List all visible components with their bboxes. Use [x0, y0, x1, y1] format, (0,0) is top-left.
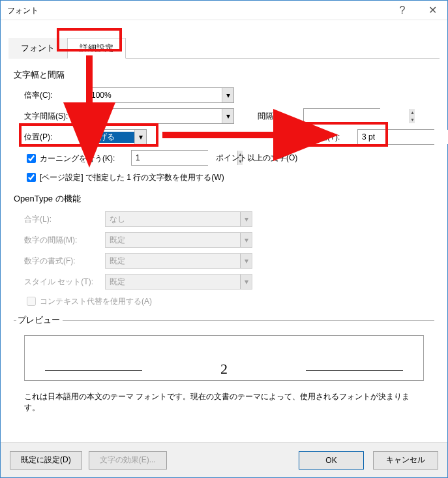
numspacing-value: 既定 [106, 235, 240, 246]
label-page-setup: [ページ設定] で指定した 1 行の文字数を使用する(W) [40, 172, 224, 183]
stepper-icon[interactable]: ▲▼ [410, 109, 415, 123]
preview-description: これは日本語用の本文のテーマ フォントです。現在の文書のテーマによって、使用され… [16, 383, 432, 421]
chevron-down-icon: ▾ [240, 212, 252, 226]
label-kerning: カーニングを行う(K): [40, 153, 115, 164]
button-bar: 既定に設定(D) 文字の効果(E)... OK キャンセル [1, 442, 447, 477]
context-alt-checkbox [27, 297, 36, 306]
label-ligatures: 合字(L): [14, 214, 105, 225]
label-spacing-by: 間隔(B): [258, 111, 303, 122]
chevron-down-icon[interactable]: ▾ [222, 88, 233, 102]
position-value: 上げる [87, 132, 134, 143]
spacing-by-field[interactable]: ▲▼ [303, 108, 380, 124]
label-position: 位置(P): [14, 132, 87, 143]
spacing-combo[interactable]: 標準 ▾ [87, 108, 234, 124]
label-kerning-after: ポイント以上の文字(O) [216, 153, 297, 164]
label-context-alt: コンテキスト代替を使用する(A) [40, 296, 152, 307]
cancel-button[interactable]: キャンセル [373, 451, 438, 470]
preview-group: プレビュー 2 これは日本語用の本文のテーマ フォントです。現在の文書のテーマに… [14, 314, 434, 421]
label-styleset: スタイル セット(T): [14, 276, 105, 288]
window-title: フォント [1, 1, 387, 20]
preview-sample: 2 [142, 361, 306, 378]
chevron-down-icon[interactable]: ▾ [222, 109, 233, 123]
ligatures-combo: なし ▾ [105, 211, 252, 227]
tab-font[interactable]: フォント [8, 38, 67, 59]
text-effects-button: 文字の効果(E)... [89, 451, 167, 470]
kerning-field[interactable]: ▲▼ [131, 150, 208, 166]
tab-advanced[interactable]: 詳細設定 [67, 38, 126, 59]
label-spacing: 文字間隔(S): [14, 111, 87, 122]
chevron-down-icon: ▾ [240, 254, 252, 268]
font-dialog: フォント ? ✕ フォント 詳細設定 文字幅と間隔 倍率(C): 100% ▾ … [0, 0, 448, 478]
scale-combo[interactable]: 100% ▾ [87, 87, 234, 103]
help-button[interactable]: ? [387, 1, 417, 20]
spacing-value: 標準 [87, 111, 222, 122]
preview-box: 2 [24, 335, 424, 381]
label-numform: 数字の書式(F): [14, 256, 105, 267]
kerning-checkbox[interactable] [27, 154, 36, 163]
chevron-down-icon[interactable]: ▾ [134, 130, 146, 144]
scale-value: 100% [87, 91, 222, 100]
label-position-by: 間隔(Y): [312, 132, 357, 143]
page-setup-checkbox[interactable] [27, 173, 36, 182]
spacing-by-input[interactable] [304, 109, 410, 123]
ligatures-value: なし [106, 214, 240, 225]
styleset-combo: 既定 ▾ [105, 274, 252, 290]
numform-combo: 既定 ▾ [105, 253, 252, 269]
chevron-down-icon: ▾ [240, 233, 252, 247]
ok-button[interactable]: OK [299, 451, 364, 470]
numform-value: 既定 [106, 256, 240, 267]
numspacing-combo: 既定 ▾ [105, 232, 252, 248]
group-char-spacing: 文字幅と間隔 [14, 69, 434, 81]
chevron-down-icon: ▾ [240, 275, 252, 289]
label-numspacing: 数字の間隔(M): [14, 235, 105, 246]
close-button[interactable]: ✕ [417, 1, 447, 20]
preview-legend: プレビュー [16, 314, 63, 326]
group-opentype: OpenType の機能 [14, 193, 434, 205]
label-scale: 倍率(C): [14, 90, 87, 101]
styleset-value: 既定 [106, 276, 240, 288]
position-by-input[interactable] [358, 130, 448, 144]
position-combo[interactable]: 上げる ▾ [87, 129, 147, 145]
tab-strip: フォント 詳細設定 [8, 37, 440, 59]
set-default-button[interactable]: 既定に設定(D) [10, 451, 82, 470]
position-by-field[interactable]: ▲▼ [357, 129, 434, 145]
titlebar: フォント ? ✕ [1, 1, 447, 20]
